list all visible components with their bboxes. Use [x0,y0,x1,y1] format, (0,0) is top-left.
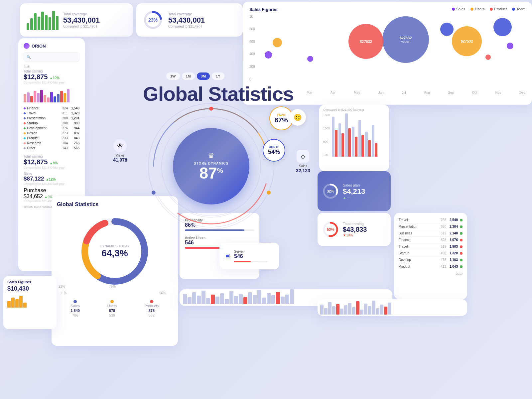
sales-plan-arrow: ▲ ⋯ [343,196,365,200]
coverage-text: Total coverage 53,430,001 Compared to $2… [63,12,100,28]
cat-row-finance: Finance 324 1,540 [24,106,79,111]
total-earn-card: 53% Total earning $43,833 ▼10% [318,213,391,246]
bar [56,16,59,30]
grouped-bars [332,113,385,157]
ccl-business: Business 612 2,140 [399,230,463,237]
bubble-1: $27632 August [382,16,429,63]
orion-logo: ORION [24,43,79,49]
ccl-presentation: Presentation 650 2,304 [399,223,463,230]
total-earn-change: ▼10% [343,233,367,237]
oe-sub: Compared to $21,490 last year [24,81,79,84]
legend-dot-sales [452,8,455,11]
bar [38,17,40,30]
bubble-10 [507,43,513,49]
time-filter-1w[interactable]: 1W [166,72,180,80]
sf-legend: Sales Users Product Team [452,7,525,11]
cat-row-travel: Travel 311 1,320 [24,111,79,116]
legend-product: Product [490,7,507,11]
ccl-travel2: Travel 513 1,903 [399,243,463,250]
svg-point-9 [152,191,156,195]
sales-figures-card: Sales Figures Sales Users Product Team 1… [243,2,532,105]
month-label: MONTH [269,145,280,149]
sales-plan-info: Sales plan $4,213 ▲ ⋯ [343,183,365,200]
stat-label: Stati [24,65,79,68]
plan-label: PLAN [277,113,286,116]
total-earn-label: Total earning [343,222,367,226]
ccl-product: Product 412 1,043 [399,263,463,270]
emoji-icon: 🙂 [294,113,302,121]
legend-label-users: Users [475,7,484,11]
sales-plan-card: 32% Sales plan $4,213 ▲ ⋯ [318,171,391,211]
time-filter-1m[interactable]: 1M [182,72,195,80]
bar-right-sub: Compared to $21,490 last year [323,108,385,111]
sales-label: Sales [299,164,307,168]
bubble-4 [273,38,282,47]
bar [41,12,44,30]
month-badge: MONTH 54% [263,139,285,162]
bar-chart-mini [27,10,59,30]
time-filter: 1W 1M 3M 1Y [166,72,224,80]
cat-row-startup: Startup 288 989 [24,121,79,126]
bottom-right-bar-card [318,299,467,316]
sfb-title: Sales Figures [7,280,53,284]
sd-pct: 87% [199,165,223,181]
gsb-donut-wrap: DYNAMICS TODAY 64,3% [75,211,155,291]
sales-badge: ◇ Sales 32,123 [296,150,310,173]
bubble-3: $27532 [452,26,482,56]
sd-inner: ♛ STORE DYNAMICS 87% [173,128,249,204]
ccl-travel: Travel 768 2,540 [399,217,463,223]
coverage-label: Total coverage [63,12,100,16]
ccl-startup: Startup 498 1,320 [399,250,463,257]
sd-middle: ♛ STORE DYNAMICS 87% [161,116,261,216]
sf-bubbles: $27632 August $27632 $27532 [259,15,525,81]
category-list-card: Travel 768 2,540 Presentation 650 2,304 … [394,213,467,299]
gsb-legend: Sales 1 540 786 Users 878 539 Products 8… [57,300,173,317]
donut-coverage-value: 53,430,001 [168,16,205,25]
bar-right-chart: 1500 1000 500 100 [323,113,385,157]
store-dynamics-card: ♛ STORE DYNAMICS 87% [143,100,279,233]
server-value: 546 [234,253,267,259]
y-labels: 1500 1000 500 100 [323,113,330,157]
cat-row-design: Design 273 897 [24,131,79,136]
sfb-value: $10,430 [7,285,53,292]
sales-plan-ring-pct: 32% [322,183,339,200]
bar [34,13,37,30]
ccl-finance: Finance 598 1,976 [399,237,463,243]
total-earn-info: Total earning $43,833 ▼10% [343,222,367,237]
sf-chart: 1k 800 600 400 200 0 $27632 August $2763… [249,15,525,94]
svg-point-8 [267,191,271,195]
bar [30,18,33,30]
sf-y-labels: 1k 800 600 400 200 0 [249,15,255,81]
emoji-badge: 🙂 [289,109,306,126]
orion-search-bar[interactable]: 🔍 [24,52,79,62]
ccl-develop: Develop 478 1,103 [399,257,463,263]
sales-plan-label: Sales plan [343,183,365,187]
oe-label: Total earning [24,69,79,73]
leg-users: Users 878 539 [107,300,117,317]
gc-sub: DYNAMICS TODAY [100,244,130,248]
ccl-year: 2019 [399,272,463,275]
coverage-sub: Compared to $21,490 l [63,25,100,28]
time-filter-1y[interactable]: 1Y [212,72,224,80]
legend-dot-product [490,8,493,11]
donut-coverage-card: 23% Total coverage 53,430,001 Compared t… [136,3,243,37]
bar-right-card: Compared to $21,490 last year 1500 1000 … [319,105,389,171]
legend-sales: Sales [452,7,466,11]
time-filter-3m[interactable]: 3M [197,72,210,80]
bar [49,17,51,30]
sales-plan-ring: 32% [322,183,339,200]
legend-users: Users [470,7,484,11]
scene: Total coverage 53,430,001 Compared to $2… [0,0,532,399]
bar [27,23,29,30]
mini-bar-chart [24,87,79,102]
cat-row-product: Product 233 843 [24,136,79,141]
sales-plan-value: $4,213 [343,187,365,196]
server-bar [234,261,267,262]
legend-team: Team [512,7,525,11]
total-earn-ring-pct: 53% [322,221,339,238]
orion-total-earning: Total earning $12,875 ▲10% Compared to $… [24,69,79,84]
donut-coverage-text: Total coverage 53,430,001 Compared to $2… [168,12,205,28]
pct-markers: 23% 76% [57,285,173,291]
orion-total-earning2: Total earning $12,875 ▲8% Compared to $2… [24,155,79,169]
month-pct: 54% [268,149,280,156]
